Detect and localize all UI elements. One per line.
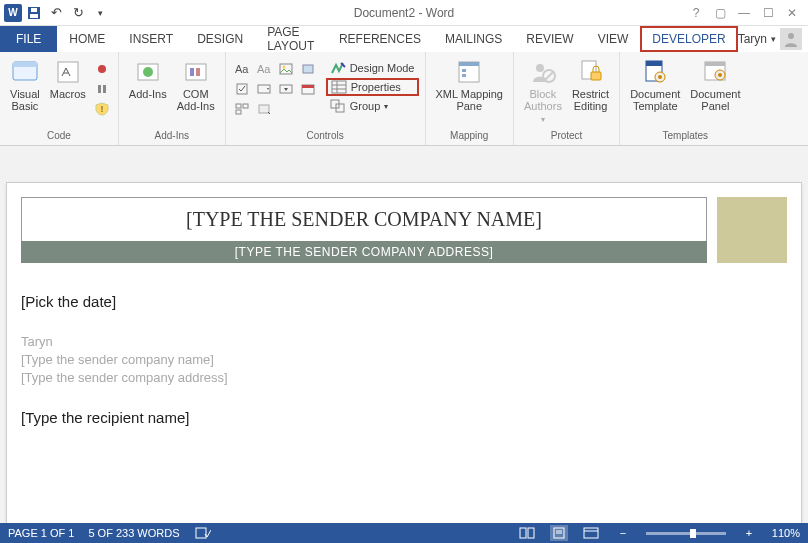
design-mode-label: Design Mode xyxy=(350,62,415,74)
combobox-control-icon[interactable] xyxy=(254,80,274,98)
design-mode-icon xyxy=(330,61,346,75)
visual-basic-icon xyxy=(11,58,39,86)
close-icon[interactable]: ✕ xyxy=(782,4,802,22)
building-block-control-icon[interactable] xyxy=(298,60,318,78)
legacy-tools-icon[interactable] xyxy=(254,100,274,118)
maximize-icon[interactable]: ☐ xyxy=(758,4,778,22)
tab-home[interactable]: HOME xyxy=(57,26,117,52)
titlebar: W ↶ ↻ ▾ Document2 - Word ? ▢ — ☐ ✕ xyxy=(0,0,808,26)
record-macro-icon[interactable] xyxy=(92,60,112,78)
svg-point-12 xyxy=(143,67,153,77)
macros-button[interactable]: Macros xyxy=(46,56,90,102)
help-icon[interactable]: ? xyxy=(686,4,706,22)
page-indicator[interactable]: PAGE 1 OF 1 xyxy=(8,527,74,539)
repeating-section-icon[interactable] xyxy=(232,100,252,118)
svg-rect-37 xyxy=(462,74,466,77)
group-code: Visual Basic Macros ! Code xyxy=(0,52,119,145)
group-button[interactable]: Group ▾ xyxy=(326,98,419,114)
tab-developer[interactable]: DEVELOPER xyxy=(640,26,737,52)
status-bar: PAGE 1 OF 1 5 OF 233 WORDS − + 110% xyxy=(0,523,808,543)
tab-view[interactable]: VIEW xyxy=(586,26,641,52)
design-mode-button[interactable]: Design Mode xyxy=(326,60,419,76)
restrict-editing-button[interactable]: Restrict Editing xyxy=(568,56,613,114)
sender-name-field[interactable]: Taryn xyxy=(21,334,787,349)
company-name-field[interactable]: [TYPE THE SENDER COMPANY NAME] xyxy=(21,197,707,241)
properties-button[interactable]: Properties xyxy=(326,78,419,96)
zoom-slider[interactable] xyxy=(646,532,726,535)
rich-text-control-icon[interactable]: Aa xyxy=(232,60,252,78)
tab-page-layout[interactable]: PAGE LAYOUT xyxy=(255,26,327,52)
sender-company-field[interactable]: [Type the sender company name] xyxy=(21,352,787,367)
com-addins-label: COM Add-Ins xyxy=(177,88,215,112)
svg-rect-28 xyxy=(332,81,346,93)
zoom-thumb[interactable] xyxy=(690,529,696,538)
addins-label: Add-Ins xyxy=(129,88,167,100)
svg-point-7 xyxy=(98,65,106,73)
svg-rect-26 xyxy=(236,110,241,114)
macros-label: Macros xyxy=(50,88,86,100)
logo-placeholder[interactable] xyxy=(717,197,787,263)
dropdown-control-icon[interactable] xyxy=(276,80,296,98)
qat-customize-icon[interactable]: ▾ xyxy=(90,3,110,23)
svg-rect-9 xyxy=(103,85,106,93)
tab-references[interactable]: REFERENCES xyxy=(327,26,433,52)
tab-insert[interactable]: INSERT xyxy=(117,26,185,52)
xml-mapping-button[interactable]: XML Mapping Pane xyxy=(432,56,507,114)
sender-address-field[interactable]: [Type the sender company address] xyxy=(21,370,787,385)
zoom-out-icon[interactable]: − xyxy=(614,525,632,541)
xml-mapping-label: XML Mapping Pane xyxy=(436,88,503,112)
document-template-button[interactable]: Document Template xyxy=(626,56,684,114)
block-authors-button[interactable]: Block Authors ▾ xyxy=(520,56,566,128)
chevron-down-icon: ▾ xyxy=(771,34,776,44)
date-picker-control-icon[interactable] xyxy=(298,80,318,98)
chevron-down-icon: ▾ xyxy=(384,102,388,111)
document-canvas[interactable]: [TYPE THE SENDER COMPANY NAME] [TYPE THE… xyxy=(0,146,808,523)
svg-rect-51 xyxy=(196,528,206,538)
com-addins-button[interactable]: COM Add-Ins xyxy=(173,56,219,114)
svg-rect-27 xyxy=(259,105,269,113)
block-authors-icon xyxy=(529,58,557,86)
svg-text:!: ! xyxy=(101,104,104,114)
undo-icon[interactable]: ↶ xyxy=(46,3,66,23)
svg-point-38 xyxy=(536,64,544,72)
addins-button[interactable]: Add-Ins xyxy=(125,56,171,102)
tab-design[interactable]: DESIGN xyxy=(185,26,255,52)
save-icon[interactable] xyxy=(24,3,44,23)
word-count[interactable]: 5 OF 233 WORDS xyxy=(88,527,179,539)
svg-point-3 xyxy=(788,33,794,39)
print-layout-icon[interactable] xyxy=(550,525,568,541)
read-mode-icon[interactable] xyxy=(518,525,536,541)
recipient-name-field[interactable]: [Type the recipient name] xyxy=(21,409,787,426)
checkbox-control-icon[interactable] xyxy=(232,80,252,98)
group-controls-label: Controls xyxy=(306,130,343,143)
plain-text-control-icon[interactable]: Aa xyxy=(254,60,274,78)
user-account[interactable]: Taryn ▾ xyxy=(738,26,808,52)
tab-file[interactable]: FILE xyxy=(0,26,57,52)
company-address-field[interactable]: [TYPE THE SENDER COMPANY ADDRESS] xyxy=(21,241,707,263)
zoom-in-icon[interactable]: + xyxy=(740,525,758,541)
document-page[interactable]: [TYPE THE SENDER COMPANY NAME] [TYPE THE… xyxy=(6,182,802,523)
svg-rect-44 xyxy=(646,61,662,66)
picture-control-icon[interactable] xyxy=(276,60,296,78)
tab-mailings[interactable]: MAILINGS xyxy=(433,26,514,52)
zoom-level[interactable]: 110% xyxy=(772,527,800,539)
group-code-label: Code xyxy=(47,130,71,143)
svg-rect-23 xyxy=(302,85,314,88)
document-panel-button[interactable]: Document Panel xyxy=(686,56,744,114)
visual-basic-button[interactable]: Visual Basic xyxy=(6,56,44,114)
group-templates: Document Template Document Panel Templat… xyxy=(620,52,750,145)
pause-recording-icon[interactable] xyxy=(92,80,112,98)
ribbon-display-icon[interactable]: ▢ xyxy=(710,4,730,22)
web-layout-icon[interactable] xyxy=(582,525,600,541)
word-app-icon[interactable]: W xyxy=(4,4,22,22)
macros-icon xyxy=(54,58,82,86)
svg-rect-24 xyxy=(236,104,241,108)
minimize-icon[interactable]: — xyxy=(734,4,754,22)
redo-icon[interactable]: ↻ xyxy=(68,3,88,23)
tab-review[interactable]: REVIEW xyxy=(514,26,585,52)
date-picker-field[interactable]: [Pick the date] xyxy=(21,293,787,310)
group-addins: Add-Ins COM Add-Ins Add-Ins xyxy=(119,52,226,145)
macro-security-icon[interactable]: ! xyxy=(92,100,112,118)
spellcheck-icon[interactable] xyxy=(194,525,212,541)
addins-icon xyxy=(134,58,162,86)
